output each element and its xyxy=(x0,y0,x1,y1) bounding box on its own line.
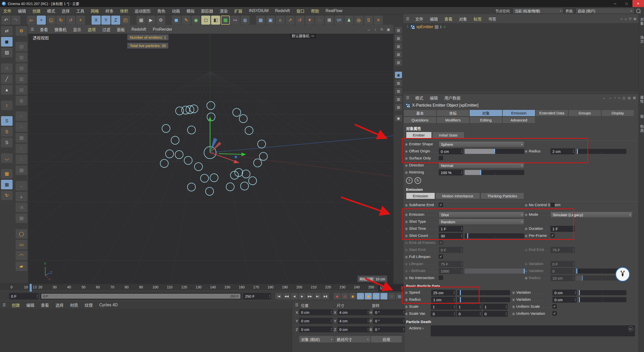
dots-tool-1[interactable]: ∷ xyxy=(16,111,27,121)
menu-item-跟踪器[interactable]: 跟踪器 xyxy=(198,8,216,14)
menu-item-工具[interactable]: 工具 xyxy=(73,8,88,14)
position-mode-dropdown[interactable]: 对象 (相对)▾ xyxy=(299,336,334,342)
emit-all-frames-checkbox[interactable]: ✓ xyxy=(439,240,443,245)
add-qr-button[interactable]: QR xyxy=(335,16,344,25)
dots-tool-2[interactable]: ∷ xyxy=(16,122,27,132)
filter-grid-icon-5[interactable]: ▤ xyxy=(395,59,402,66)
menu-item-标签[interactable]: 标签 xyxy=(470,16,485,22)
object-manager-menu-icon[interactable]: ☰ xyxy=(404,17,412,21)
live-selection-button[interactable]: ▻ xyxy=(27,16,36,25)
radius-field[interactable]: 10 cm▴▾ xyxy=(550,275,575,281)
full-lifespan-checkbox[interactable]: ✓ xyxy=(439,254,443,259)
timeline-tick-100[interactable]: 100 xyxy=(152,285,158,289)
menu-item-文件[interactable]: 文件 xyxy=(412,16,426,22)
transfer-tool-button[interactable]: ▤ xyxy=(16,42,27,51)
add-light-button[interactable]: ○ xyxy=(276,16,285,25)
layout-icon-1[interactable]: ▥ xyxy=(395,80,402,86)
start-emit-field[interactable]: 0 F▴▾ xyxy=(439,247,463,253)
filter-grid-icon-4[interactable]: ▤ xyxy=(395,51,402,58)
-birthrate-slider[interactable] xyxy=(465,269,524,274)
variation-field[interactable]: 0 cm▴▾ xyxy=(552,290,577,296)
menu-item-运动图形[interactable]: 运动图形 xyxy=(131,8,154,14)
prev-key-button[interactable]: ◀◀ xyxy=(283,293,290,299)
interface-dropdown[interactable]: 启动 (用户)▾ xyxy=(576,8,634,14)
menu-item-RealFlow[interactable]: RealFlow xyxy=(322,9,346,13)
menu-item-选择[interactable]: 选择 xyxy=(52,302,67,308)
object-manager-tree[interactable]: └ xpEmitter ●● ✓ xyxy=(404,23,638,92)
add-icon[interactable]: ⊞ xyxy=(633,17,636,21)
axis-y-button[interactable]: Y xyxy=(101,16,110,25)
menu-item-INSYDIUM[interactable]: INSYDIUM xyxy=(246,9,272,13)
attr-tab-坐标[interactable]: 坐标 xyxy=(436,110,469,116)
menu-item-模式[interactable]: 模式 xyxy=(44,8,58,14)
timeline-tick-240[interactable]: 240 xyxy=(354,285,360,289)
search-icon[interactable]: ○ xyxy=(621,17,623,21)
coord-field-Y[interactable]: 0 cm▴▾ xyxy=(299,318,333,324)
attr-tab-Questions[interactable]: Questions xyxy=(404,117,436,123)
timeline-tick-230[interactable]: 230 xyxy=(340,285,345,289)
menu-item-书签[interactable]: 书签 xyxy=(485,16,500,22)
rotate-view-icon[interactable]: ↻ xyxy=(379,27,384,31)
snap-button[interactable]: ◡ xyxy=(1,153,13,163)
add-icon[interactable]: ⊞ xyxy=(633,96,636,100)
material-menu-icon[interactable]: ☰ xyxy=(0,303,8,307)
preset-question-icon[interactable]: ? xyxy=(406,177,413,184)
workplane-button[interactable]: ▦ xyxy=(1,169,13,179)
per-frame-checkbox[interactable]: ✓ xyxy=(550,233,555,238)
play-button[interactable]: ▶ xyxy=(299,293,306,299)
add-blob-button[interactable]: ◍ xyxy=(240,16,250,25)
add-field-button[interactable]: ↦ xyxy=(231,16,240,25)
shot-time-field[interactable]: 1 F▴▾ xyxy=(439,226,463,232)
pan-view-icon[interactable]: ↔ xyxy=(366,27,371,31)
seam-tool-button[interactable]: ▥ xyxy=(16,74,27,84)
attr-tab-Modifiers[interactable]: Modifiers xyxy=(436,117,469,123)
timeline-tick-10[interactable]: 10 xyxy=(24,285,28,289)
points-mode-button[interactable]: ∴ xyxy=(1,63,13,73)
close-button[interactable]: ✕ xyxy=(632,0,644,7)
editor-toggle[interactable] xyxy=(435,25,438,29)
shot-type-dropdown[interactable]: Random▾ xyxy=(439,219,524,225)
object-row-xpemitter[interactable]: └ xpEmitter ●● ✓ xyxy=(406,25,446,29)
camera-icon[interactable]: ▣ xyxy=(395,115,402,121)
add-character-button[interactable]: ♟ xyxy=(344,16,353,25)
split-tool-button[interactable]: ◍ xyxy=(16,96,27,105)
subtab-motion-inheritance[interactable]: Motion Inheritance xyxy=(435,193,480,199)
subtab-emitter[interactable]: Emitter xyxy=(406,132,432,138)
timeline-tick-150[interactable]: 150 xyxy=(224,285,230,289)
retiming-slider[interactable] xyxy=(465,170,524,175)
-birthrate-field[interactable]: 1000▴▾ xyxy=(439,268,463,274)
scale-var--field-2[interactable]: 0▴▾ xyxy=(482,311,508,317)
layout-icon-2[interactable]: ▤ xyxy=(395,88,402,94)
frame-field[interactable]: 13 F ▴▾ xyxy=(378,284,404,291)
side-tab-objects[interactable]: 对象 xyxy=(639,18,644,26)
key-pla-button[interactable]: ∷ xyxy=(388,293,395,299)
coord-field-X[interactable]: 0 cm▴▾ xyxy=(299,309,333,315)
menu-item-编辑[interactable]: 编辑 xyxy=(15,8,29,14)
material-area[interactable] xyxy=(0,309,292,352)
scale-field-2[interactable]: 1▴▾ xyxy=(482,304,508,310)
add-cube-button[interactable]: ◼ xyxy=(172,16,181,25)
arrow-tool-1[interactable]: ↔ xyxy=(16,181,27,191)
viewport[interactable]: 透视视图 Number of emitters: 1 Total live pa… xyxy=(28,34,393,283)
bridge-tool-button[interactable]: ▥ xyxy=(16,53,27,62)
attr-tab-Editing[interactable]: Editing xyxy=(469,117,502,123)
emitter-shape-dropdown[interactable]: Sphere▾ xyxy=(439,141,524,147)
preset-reset-icon[interactable]: ↻ xyxy=(415,177,421,184)
apply-button[interactable]: 应用 xyxy=(371,336,402,342)
keyframe-selection-button[interactable]: ◉ xyxy=(349,293,356,299)
key-scale-button[interactable]: ◼ xyxy=(365,293,372,299)
timeline-tick-130[interactable]: 130 xyxy=(196,285,202,289)
rotate-workplane-button[interactable]: ↻ xyxy=(1,191,13,200)
tool-settings-button[interactable]: ⚙ xyxy=(16,26,27,36)
object-name[interactable]: xpEmitter xyxy=(416,25,433,29)
attributes-menu-icon[interactable]: ☰ xyxy=(404,96,412,100)
menu-item-选项[interactable]: 选项 xyxy=(85,26,99,32)
radius-field[interactable]: 2 cm▴▾ xyxy=(550,148,575,154)
camera-menu-icon[interactable]: ⊙▸ xyxy=(311,34,314,37)
subtab-thinking-particles[interactable]: Thinking Particles xyxy=(480,193,524,199)
subframe-emit-checkbox[interactable]: ✓ xyxy=(439,203,443,207)
axis-z-button[interactable]: Z xyxy=(111,16,120,25)
size-mode-dropdown[interactable]: 绝对尺寸▾ xyxy=(335,336,371,342)
coords-menu-icon[interactable]: ☰ xyxy=(295,303,301,308)
variation-field[interactable]: 0 F▴▾ xyxy=(550,261,575,267)
